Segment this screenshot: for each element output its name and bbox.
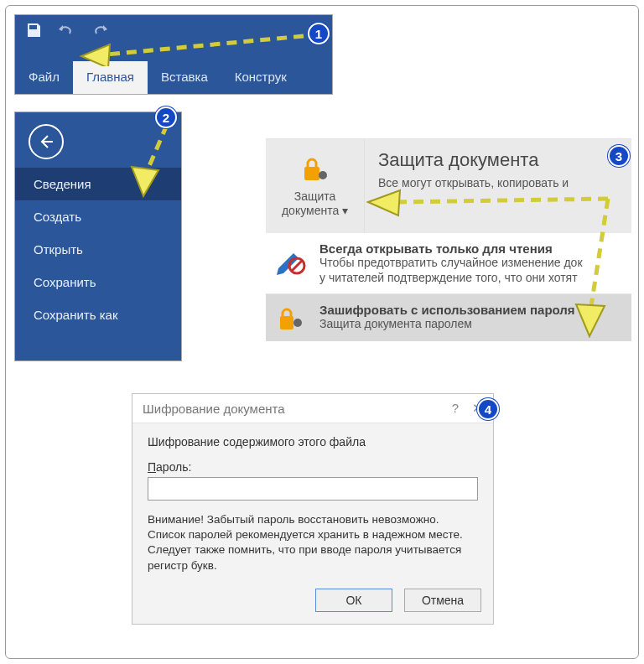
encrypt-title: Зашифровать с использованием пароля	[319, 303, 575, 317]
lock-key-icon	[299, 155, 331, 186]
lock-key-small-icon	[273, 303, 309, 333]
back-button[interactable]	[29, 124, 64, 159]
tab-file[interactable]: Файл	[15, 61, 73, 94]
ok-button[interactable]: ОК	[315, 589, 392, 612]
password-input[interactable]	[148, 477, 478, 501]
readonly-title: Всегда открывать только для чтения	[319, 241, 583, 256]
backstage-sidebar: Сведения Создать Открыть Сохранить Сохра…	[14, 112, 182, 361]
tab-insert[interactable]: Вставка	[148, 61, 221, 94]
save-icon[interactable]	[25, 22, 42, 39]
encrypt-desc: Защита документа паролем	[319, 317, 575, 332]
step-badge-4: 4	[477, 398, 499, 420]
protect-header: Защита документа ▾ Защита документа Все …	[266, 139, 631, 233]
warning-line-1: Внимание! Забытый пароль восстановить не…	[148, 513, 439, 526]
svg-rect-5	[280, 316, 293, 329]
dialog-titlebar: Шифрование документа ? ✕	[132, 394, 493, 423]
warning-line-3: Следует также помнить, что при вводе пар…	[148, 543, 461, 571]
readonly-desc1: Чтобы предотвратить случайное изменение …	[319, 256, 583, 271]
chevron-down-icon: ▾	[342, 204, 348, 217]
sidebar-item-save[interactable]: Сохранить	[15, 266, 181, 298]
undo-icon[interactable]	[57, 22, 75, 39]
menu-encrypt-password[interactable]: Зашифровать с использованием пароля Защи…	[266, 294, 631, 341]
pen-forbidden-icon	[273, 241, 309, 285]
sidebar-item-saveas[interactable]: Сохранить как	[15, 298, 181, 331]
ribbon: Файл Главная Вставка Конструк	[14, 14, 333, 95]
svg-point-6	[293, 319, 302, 327]
arrow-left-icon	[37, 132, 55, 151]
tab-home[interactable]: Главная	[73, 61, 148, 94]
protect-document-button[interactable]: Защита документа ▾	[266, 139, 365, 233]
step-badge-3: 3	[608, 145, 630, 167]
protect-btn-line1: Защита	[294, 189, 336, 203]
svg-rect-2	[321, 172, 325, 174]
protect-title: Защита документа	[378, 149, 621, 171]
dialog-title: Шифрование документа	[143, 402, 285, 416]
redo-icon[interactable]	[91, 22, 109, 39]
tutorial-frame: 1 2 3 4 Файл Главная Вставка Конструк Св…	[5, 5, 639, 659]
sidebar-item-info[interactable]: Сведения	[15, 168, 181, 200]
tab-design[interactable]: Конструк	[221, 61, 300, 94]
password-label: Пароль:	[148, 460, 478, 474]
sidebar-item-create[interactable]: Создать	[15, 200, 181, 233]
protect-document-panel: Защита документа ▾ Защита документа Все …	[266, 138, 631, 363]
sidebar-item-open[interactable]: Открыть	[15, 233, 181, 266]
protect-btn-line2: документа	[282, 204, 339, 217]
step-badge-2: 2	[155, 106, 177, 128]
cancel-button[interactable]: Отмена	[404, 589, 481, 612]
step-badge-1: 1	[308, 23, 330, 44]
dialog-heading: Шифрование содержимого этого файла	[148, 435, 478, 449]
protect-subtitle: Все могут открывать, копировать и	[378, 176, 621, 189]
menu-always-readonly[interactable]: Всегда открывать только для чтения Чтобы…	[266, 233, 631, 294]
svg-rect-0	[304, 167, 319, 180]
quick-access-toolbar	[25, 22, 109, 39]
help-icon[interactable]: ?	[452, 401, 459, 416]
encrypt-dialog: Шифрование документа ? ✕ Шифрование соде…	[132, 393, 494, 625]
readonly-desc2: у читателей подтверждение того, что они …	[319, 271, 583, 286]
warning-line-2: Список паролей рекомендуется хранить в н…	[148, 528, 463, 541]
ribbon-tabs: Файл Главная Вставка Конструк	[15, 59, 332, 94]
